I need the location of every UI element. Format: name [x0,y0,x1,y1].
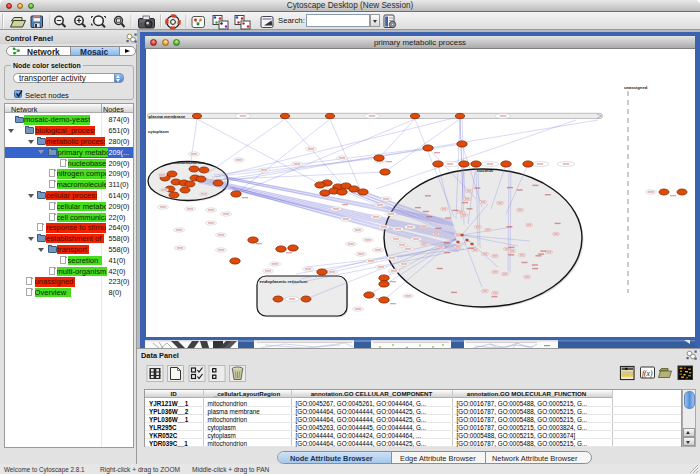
svg-text:unassigned: unassigned [624,85,648,90]
svg-text:mitochondrion: mitochondrion [174,160,204,165]
svg-text:f(x): f(x) [642,369,653,378]
svg-text:endoplasmic reticulum: endoplasmic reticulum [260,279,308,284]
svg-text:cytoplasm: cytoplasm [148,129,169,134]
svg-text:plasma membrane: plasma membrane [149,114,186,119]
svg-text:nucleus: nucleus [477,168,494,173]
